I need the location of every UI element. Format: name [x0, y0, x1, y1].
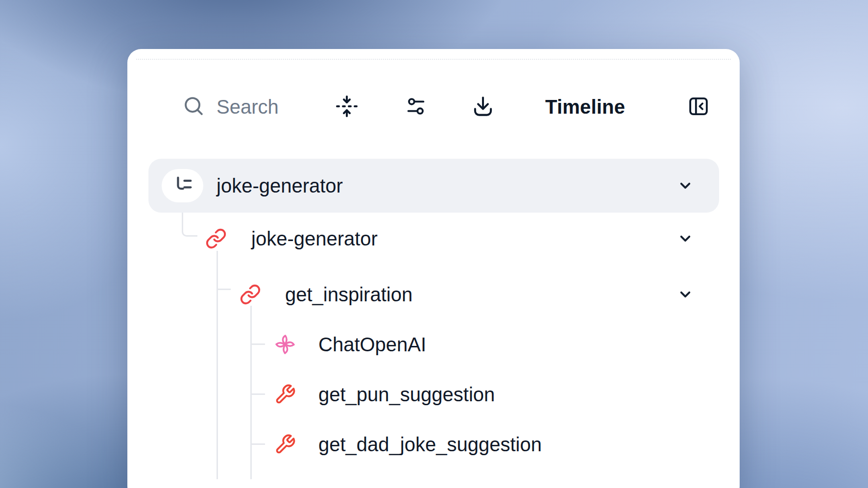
tool-wrench-icon: [274, 384, 296, 405]
trace-tree-panel: Search Timeline: [127, 49, 740, 488]
collapse-panel-left-icon: [687, 95, 710, 119]
tree-row-chatopenai[interactable]: ChatOpenAI: [148, 317, 719, 371]
search-input[interactable]: Search: [182, 96, 279, 118]
fold-vertical-icon: [335, 95, 359, 120]
tree-row-get-pun-suggestion[interactable]: get_pun_suggestion: [148, 367, 719, 421]
chain-link-icon: [205, 228, 227, 249]
search-icon: [182, 95, 205, 119]
download-button[interactable]: [472, 96, 494, 118]
download-icon: [472, 95, 494, 119]
tree-row-label: ChatOpenAI: [318, 334, 426, 356]
chain-link-icon: [240, 284, 261, 305]
tree-row-label: get_inspiration: [285, 284, 412, 306]
llm-pinwheel-icon: [274, 334, 296, 355]
tree-row-label: get_pun_suggestion: [318, 384, 495, 406]
search-placeholder: Search: [217, 96, 279, 118]
chevron-down-icon[interactable]: [676, 177, 694, 196]
tree-row-label: joke-generator: [251, 228, 378, 250]
tree-row-get-dad-joke-suggestion[interactable]: get_dad_joke_suggestion: [148, 417, 719, 471]
tree-row-label: joke-generator: [217, 175, 343, 197]
chevron-down-icon[interactable]: [676, 286, 694, 305]
panel-top-divider: [136, 59, 731, 60]
tree-row-label: get_dad_joke_suggestion: [318, 434, 542, 456]
filter-sliders-icon: [405, 95, 427, 119]
timeline-title: Timeline: [545, 94, 625, 120]
tree-row-get-inspiration[interactable]: get_inspiration: [148, 268, 719, 321]
chevron-down-icon[interactable]: [676, 230, 694, 249]
filter-sliders-button[interactable]: [405, 96, 427, 118]
tree-row-joke-generator-chain[interactable]: joke-generator: [148, 212, 719, 266]
root-badge: [162, 169, 203, 202]
tool-wrench-icon: [274, 434, 296, 455]
fold-vertical-button[interactable]: [335, 95, 359, 119]
tree-row-joke-generator-root[interactable]: joke-generator: [148, 159, 719, 213]
collapse-panel-button[interactable]: [687, 96, 710, 118]
tree-structure-icon: [171, 173, 194, 198]
